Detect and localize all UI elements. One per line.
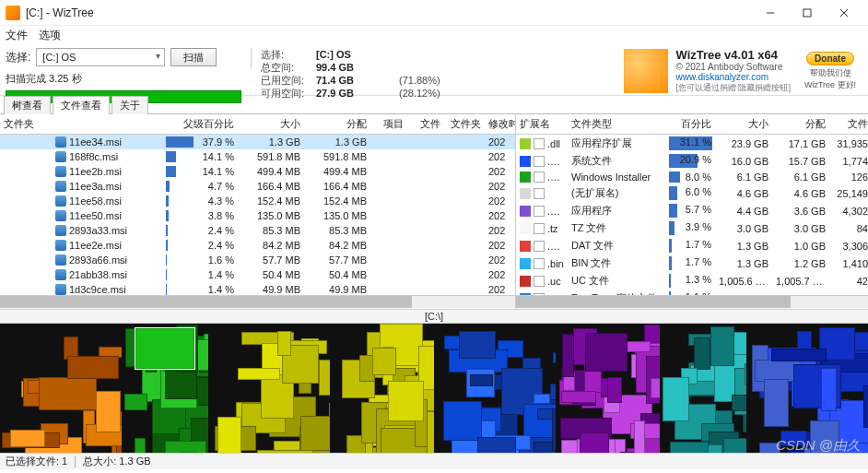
treemap-column[interactable] [556,324,660,453]
app-url[interactable]: www.diskanalyzer.com [675,72,791,82]
col-ext-files[interactable]: 文件 [829,114,868,135]
col-pct[interactable]: 百分比 [669,114,715,135]
files-value: 3,306 [829,237,868,254]
file-icon [55,166,66,177]
extension-pane: 扩展名 文件类型 百分比 大小 分配 文件 .dll应用程序扩展31.1 %23… [516,114,868,309]
app-copyright: © 2021 Antibody Software [675,62,791,72]
col-ext-size[interactable]: 大小 [715,114,772,135]
color-swatch [520,276,531,287]
table-row[interactable]: .msiWindows Installer8.0 %6.1 GB6.1 GB12… [516,170,868,184]
treemap-column[interactable] [208,324,330,453]
table-row[interactable]: 168f8c.msi14.1 %591.8 MB591.8 MB202 [0,149,515,164]
col-folders[interactable]: 文件夹 [444,114,485,135]
h-scrollbar-left[interactable] [0,295,515,308]
file-tree-scroll[interactable]: 文件夹 父级百分比 大小 分配 项目 文件 文件夹 修改时 11ee34.msi… [0,114,515,295]
size-value: 23.9 GB [715,135,772,153]
file-icon [55,240,66,251]
table-row[interactable]: 11ee2b.msi14.1 %499.4 MB499.4 MB202 [0,164,515,179]
pct-value: 5.7 % [686,202,711,217]
table-row[interactable]: 11ee3a.msi4.7 %166.4 MB166.4 MB202 [0,179,515,194]
pct-value: 1.3 % [686,272,711,287]
type-value: Windows Installer [568,170,669,184]
alloc-value: 1.0 GB [772,237,829,254]
file-tree-pane: 文件夹 父级百分比 大小 分配 项目 文件 文件夹 修改时 11ee34.msi… [0,114,516,309]
table-row[interactable]: 11ee2e.msi2.4 %84.2 MB84.2 MB202 [0,238,515,253]
col-ext[interactable]: 扩展名 [516,114,568,135]
col-files[interactable]: 文件 [407,114,444,135]
file-name: 168f8c.msi [69,151,118,162]
modified-value: 202 [485,267,515,282]
file-name: 11ee2e.msi [69,240,122,251]
scan-status: 扫描完成 3.25 秒 [6,72,82,86]
files-value: 126 [829,170,868,184]
col-parent-pct[interactable]: 父级百分比 [166,114,238,135]
minimize-button[interactable] [752,0,789,26]
status-total-size: 总大小: 1.3 GB [83,455,150,468]
table-row[interactable]: .binBIN 文件1.7 %1.3 GB1.2 GB1,410 [516,254,868,272]
treemap[interactable]: J9 [0,324,868,453]
donate-button[interactable]: Donate [806,52,854,65]
tab-file-search[interactable]: 文件查看 [53,96,110,114]
table-row[interactable]: 2893a33.msi2.4 %85.3 MB85.3 MB202 [0,223,515,238]
size-value: 3.0 GB [715,219,772,237]
table-row[interactable]: (无扩展名)6.0 %4.6 GB4.6 GB25,149 [516,184,868,202]
treemap-column[interactable] [746,324,868,453]
treemap-column[interactable] [660,324,746,453]
pct-value: 37.9 % [203,135,234,149]
close-button[interactable] [826,0,862,26]
table-row[interactable]: 11ee58.msi4.3 %152.4 MB152.4 MB202 [0,194,515,208]
branding: WizTree v4.01 x64 © 2021 Antibody Softwa… [624,48,862,94]
table-row[interactable]: 11ee34.msi37.9 %1.3 GB1.3 GB202 [0,135,515,150]
scan-button[interactable]: 扫描 [170,48,217,66]
ext-value: .uc [547,276,561,287]
drive-select[interactable]: [C:] OS [36,48,165,66]
size-value: 50.4 MB [238,267,304,282]
tab-tree[interactable]: 树查看 [4,96,51,114]
pct-value: 1.1 % [686,290,711,295]
alloc-value: 1.3 GB [304,135,370,150]
info-used-p: (71.88%) [399,74,463,87]
col-type[interactable]: 文件类型 [568,114,669,135]
color-swatch [520,188,531,199]
file-name: 11ee3a.msi [69,181,122,192]
file-name: 2893a33.msi [69,225,127,236]
h-scrollbar-right[interactable] [516,295,868,308]
alloc-value: 135.0 MB [304,208,370,223]
tab-about[interactable]: 关于 [111,96,148,114]
extension-scroll[interactable]: 扩展名 文件类型 百分比 大小 分配 文件 .dll应用程序扩展31.1 %23… [516,114,868,295]
table-row[interactable]: 1d3c9ce.msi1.4 %49.9 MB49.9 MB202 [0,282,515,295]
filetype-icon [534,171,545,183]
table-row[interactable]: 11ee50.msi3.8 %135.0 MB135.0 MB202 [0,208,515,223]
size-value: 16.0 GB [715,152,772,170]
treemap-column[interactable] [0,324,122,453]
table-row[interactable]: .sys系统文件20.9 %16.0 GB15.7 GB1,774 [516,152,868,170]
alloc-value: 591.8 MB [304,149,370,164]
col-items[interactable]: 项目 [370,114,407,135]
filetype-icon [534,138,545,149]
col-alloc[interactable]: 分配 [304,114,370,135]
menu-options[interactable]: 选项 [39,28,61,43]
table-row[interactable]: 21abb38.msi1.4 %50.4 MB50.4 MB202 [0,267,515,282]
table-row[interactable]: 2893a66.msi1.6 %57.7 MB57.7 MB202 [0,253,515,267]
ext-value: .tz [547,223,558,234]
col-ext-alloc[interactable]: 分配 [772,114,829,135]
table-row[interactable]: .datDAT 文件1.7 %1.3 GB1.0 GB3,306 [516,237,868,254]
alloc-value: 50.4 MB [304,267,370,282]
col-size[interactable]: 大小 [238,114,304,135]
table-row[interactable]: .exe应用程序5.7 %4.4 GB3.6 GB4,302 [516,202,868,219]
table-row[interactable]: .ucUC 文件1.3 %1,005.6 MB1,005.7 MB42 [516,272,868,290]
info-free-k: 可用空间: [261,87,316,100]
type-value: 应用程序扩展 [568,135,669,153]
menu-file[interactable]: 文件 [6,28,28,43]
type-value: BIN 文件 [568,254,669,272]
table-row[interactable]: .dll应用程序扩展31.1 %23.9 GB17.1 GB31,935 [516,135,868,153]
treemap-column[interactable] [330,324,434,453]
col-modified[interactable]: 修改时 [485,114,515,135]
col-folder[interactable]: 文件夹 [0,114,166,135]
modified-value: 202 [485,135,515,150]
alloc-value: 499.4 MB [304,164,370,179]
treemap-column[interactable] [434,324,556,453]
alloc-value: 6.1 GB [772,170,829,184]
table-row[interactable]: .tzTZ 文件3.9 %3.0 GB3.0 GB84 [516,219,868,237]
maximize-button[interactable] [789,0,826,26]
